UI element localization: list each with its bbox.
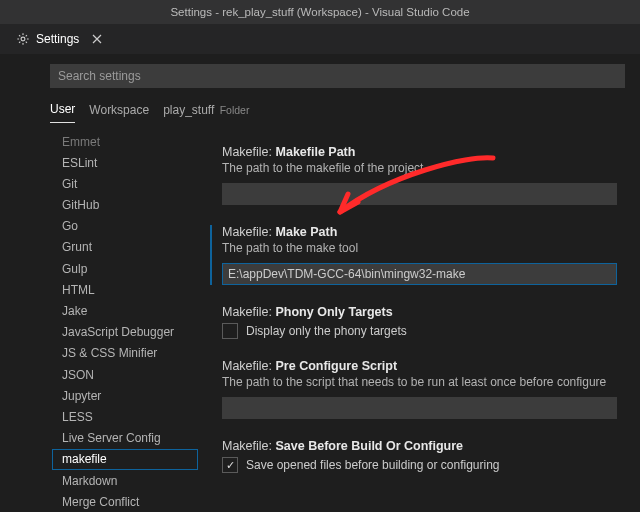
setting-save-before-build: Makefile: Save Before Build Or Configure…	[222, 439, 626, 473]
settings-pane: Makefile: Makefile Path The path to the …	[198, 125, 640, 512]
setting-phony-only-targets: Makefile: Phony Only Targets Display onl…	[222, 305, 626, 339]
setting-desc: The path to the make tool	[222, 241, 626, 255]
gear-icon	[16, 32, 30, 46]
setting-input[interactable]	[222, 183, 617, 205]
settings-content: User Workspace play_stuff Folder EmmetES…	[0, 54, 640, 512]
close-icon[interactable]	[91, 33, 103, 45]
folder-badge: Folder	[220, 104, 250, 116]
setting-desc: Save opened files before building or con…	[246, 458, 500, 472]
scope-tab-user[interactable]: User	[50, 98, 75, 123]
setting-checkbox-row: Display only the phony targets	[222, 323, 626, 339]
setting-makefile-path: Makefile: Makefile Path The path to the …	[222, 145, 626, 205]
setting-pre-configure-script: Makefile: Pre Configure Script The path …	[222, 359, 626, 419]
sidebar-item[interactable]: Git	[52, 173, 198, 194]
tab-settings[interactable]: Settings	[8, 28, 111, 50]
setting-title: Makefile: Phony Only Targets	[222, 305, 626, 319]
search-input[interactable]	[50, 64, 625, 88]
setting-checkbox-row: Save opened files before building or con…	[222, 457, 626, 473]
sidebar-item[interactable]: Markdown	[52, 470, 198, 491]
sidebar-item[interactable]: makefile	[52, 449, 198, 470]
sidebar-item[interactable]: Live Server Config	[52, 428, 198, 449]
window-title: Settings - rek_play_stuff (Workspace) - …	[170, 6, 469, 18]
sidebar-item[interactable]: Emmet	[52, 131, 198, 152]
setting-title: Makefile: Makefile Path	[222, 145, 626, 159]
settings-tree: EmmetESLintGitGitHubGoGruntGulpHTMLJakeJ…	[52, 125, 198, 512]
main-area: EmmetESLintGitGitHubGoGruntGulpHTMLJakeJ…	[0, 125, 640, 512]
sidebar-item[interactable]: JSON	[52, 364, 198, 385]
sidebar-item[interactable]: Grunt	[52, 237, 198, 258]
sidebar-item[interactable]: JavaScript Debugger	[52, 322, 198, 343]
scope-tab-folder[interactable]: play_stuff Folder	[163, 99, 249, 123]
sidebar-item[interactable]: JS & CSS Minifier	[52, 343, 198, 364]
setting-input[interactable]: E:\appDev\TDM-GCC-64\bin\mingw32-make	[222, 263, 617, 285]
sidebar-item[interactable]: Jake	[52, 301, 198, 322]
sidebar-item[interactable]: Jupyter	[52, 385, 198, 406]
setting-make-path: Makefile: Make Path The path to the make…	[210, 225, 626, 285]
setting-desc: The path to the script that needs to be …	[222, 375, 626, 389]
search-row	[0, 54, 640, 94]
window-titlebar: Settings - rek_play_stuff (Workspace) - …	[0, 0, 640, 24]
setting-title: Makefile: Make Path	[222, 225, 626, 239]
editor-tabbar: Settings	[0, 24, 640, 54]
checkbox[interactable]	[222, 323, 238, 339]
sidebar-item[interactable]: HTML	[52, 279, 198, 300]
scope-tabs: User Workspace play_stuff Folder	[0, 94, 640, 125]
sidebar-item[interactable]: GitHub	[52, 195, 198, 216]
setting-desc: The path to the makefile of the project	[222, 161, 626, 175]
setting-title: Makefile: Save Before Build Or Configure	[222, 439, 626, 453]
sidebar-item[interactable]: ESLint	[52, 152, 198, 173]
setting-desc: Display only the phony targets	[246, 324, 407, 338]
sidebar-item[interactable]: Merge Conflict	[52, 491, 198, 512]
setting-title: Makefile: Pre Configure Script	[222, 359, 626, 373]
sidebar-item[interactable]: LESS	[52, 406, 198, 427]
tab-label: Settings	[36, 32, 79, 46]
svg-point-0	[21, 37, 25, 41]
scope-tab-workspace[interactable]: Workspace	[89, 99, 149, 123]
sidebar-item[interactable]: Gulp	[52, 258, 198, 279]
setting-input[interactable]	[222, 397, 617, 419]
checkbox[interactable]	[222, 457, 238, 473]
sidebar-item[interactable]: Go	[52, 216, 198, 237]
